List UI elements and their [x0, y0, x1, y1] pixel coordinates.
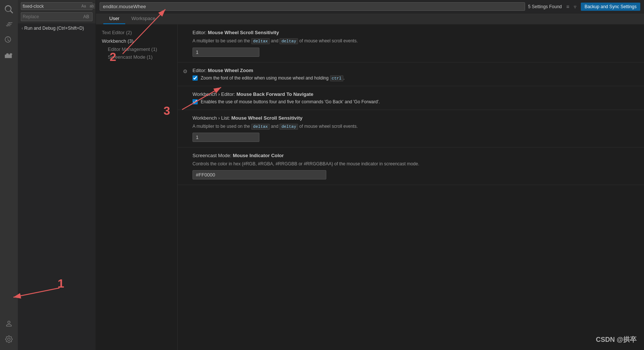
setting-title-list-scroll: Workbench › List: Mouse Wheel Scroll Sen… [192, 115, 637, 121]
top-bar: 5 Settings Found ≡ ▿ Backup and Sync Set… [96, 0, 644, 13]
main-area: 5 Settings Found ≡ ▿ Backup and Sync Set… [96, 0, 644, 350]
setting-title-mouse-color: Screencast Mode: Mouse Indicator Color [192, 153, 637, 158]
code-ctrl: ctrl [330, 75, 343, 81]
setting-list-mouse-wheel-scroll: Workbench › List: Mouse Wheel Scroll Sen… [178, 110, 644, 148]
code-deltay: deltay [279, 38, 298, 44]
setting-name-label: Mouse Wheel Scroll Sensitivity [208, 30, 279, 35]
setting-gear-icon[interactable]: ⚙ [183, 68, 188, 74]
find-input[interactable] [23, 4, 78, 9]
find-bar[interactable]: Aa ab .* ··· [21, 2, 93, 10]
setting-checkbox-row-zoom: Zoom the font of the editor when using m… [192, 75, 637, 81]
replace-input[interactable] [23, 14, 80, 19]
toc-editor-management[interactable]: Editor Management (1) [96, 45, 177, 53]
activity-bar [0, 0, 18, 350]
toc-screencast-mode[interactable]: Screencast Mode (1) [96, 53, 177, 61]
setting-category-list-scroll: Workbench › List: [192, 115, 232, 121]
toc-text-editor[interactable]: Text Editor (2) [96, 28, 177, 37]
match-case-button[interactable]: Aa [80, 3, 87, 9]
list-mouse-wheel-scroll-input[interactable] [192, 133, 259, 142]
setting-name-zoom: Mouse Wheel Zoom [208, 68, 253, 73]
setting-name-back-forward: Mouse Back Forward To Navigate [236, 91, 313, 97]
setting-mouse-back-forward: Workbench › Editor: Mouse Back Forward T… [178, 86, 644, 110]
setting-title-mouse-wheel-zoom: Editor: Mouse Wheel Zoom [192, 68, 637, 73]
setting-category-label: Editor: [192, 30, 208, 35]
setting-checkbox-row-back-forward: Enables the use of mouse buttons four an… [192, 99, 637, 104]
settings-items: Editor: Mouse Wheel Scroll Sensitivity A… [178, 25, 644, 350]
replace-bar[interactable]: AB [21, 12, 93, 21]
setting-category-mouse-color: Screencast Mode: [192, 153, 233, 158]
find-replace-panel: Aa ab .* ··· AB [18, 0, 96, 23]
filter-list-icon[interactable]: ≡ [565, 3, 571, 10]
code-deltax2: deltax [251, 124, 270, 130]
setting-desc-mouse-wheel-scroll: A multiplier to be used on the deltax an… [192, 38, 637, 45]
settings-search-input[interactable] [100, 2, 525, 11]
filter-funnel-icon[interactable]: ▿ [572, 3, 578, 10]
setting-mouse-wheel-zoom: ⚙ Editor: Mouse Wheel Zoom Zoom the font… [178, 62, 644, 86]
setting-name-list-scroll: Mouse Wheel Scroll Sensitivity [232, 115, 302, 121]
mouse-indicator-color-input[interactable] [192, 170, 326, 179]
mouse-back-forward-label: Enables the use of mouse buttons four an… [201, 99, 380, 104]
filter-icons: ≡ ▿ [565, 3, 578, 10]
tab-user[interactable]: User [103, 13, 125, 24]
setting-category-back-forward: Workbench › Editor: [192, 91, 236, 97]
source-control-activity-icon[interactable] [3, 19, 15, 31]
setting-mouse-wheel-scroll: Editor: Mouse Wheel Scroll Sensitivity A… [178, 25, 644, 62]
mouse-wheel-zoom-checkbox[interactable] [192, 75, 198, 81]
settings-content: Text Editor (2) Workbench (3) Editor Man… [96, 25, 644, 350]
breadcrumb: ‹ Run and Debug (Ctrl+Shift+D) [18, 23, 96, 33]
setting-title-mouse-wheel-scroll: Editor: Mouse Wheel Scroll Sensitivity [192, 30, 637, 35]
tabs-bar: User Workspace [96, 13, 644, 25]
whole-word-button[interactable]: ab [88, 3, 95, 9]
settings-activity-icon[interactable] [3, 333, 15, 346]
code-deltay2: deltay [279, 124, 298, 130]
mouse-wheel-scroll-input[interactable] [192, 48, 259, 57]
breadcrumb-text: ‹ Run and Debug (Ctrl+Shift+D) [22, 26, 84, 31]
setting-mouse-indicator-color: Screencast Mode: Mouse Indicator Color C… [178, 148, 644, 185]
toc-workbench[interactable]: Workbench (3) [96, 37, 177, 45]
mouse-back-forward-checkbox[interactable] [192, 99, 198, 104]
backup-sync-button[interactable]: Backup and Sync Settings [581, 3, 640, 11]
toc-sidebar: Text Editor (2) Workbench (3) Editor Man… [96, 25, 178, 350]
setting-name-mouse-color: Mouse Indicator Color [233, 153, 284, 158]
setting-category-zoom: Editor: [192, 68, 208, 73]
account-activity-icon[interactable] [3, 317, 15, 330]
mouse-wheel-zoom-label: Zoom the font of the editor when using m… [201, 75, 344, 81]
extensions-activity-icon[interactable] [3, 50, 15, 62]
replace-file-button[interactable]: AB [82, 13, 91, 20]
tab-workspace[interactable]: Workspace [125, 13, 161, 24]
sidebar: Aa ab .* ··· AB ‹ Run and Debug (Ctrl+Sh… [18, 0, 96, 350]
search-activity-icon[interactable] [3, 3, 15, 16]
run-debug-activity-icon[interactable] [3, 34, 15, 47]
code-deltax: deltax [251, 38, 270, 44]
setting-desc-list-scroll: A multiplier to be used on the deltax an… [192, 123, 637, 130]
setting-desc-mouse-color: Controls the color in hex (#RGB, #RGBA, … [192, 161, 637, 167]
settings-found-count: 5 Settings Found [528, 4, 562, 9]
setting-title-mouse-back-forward: Workbench › Editor: Mouse Back Forward T… [192, 91, 637, 97]
